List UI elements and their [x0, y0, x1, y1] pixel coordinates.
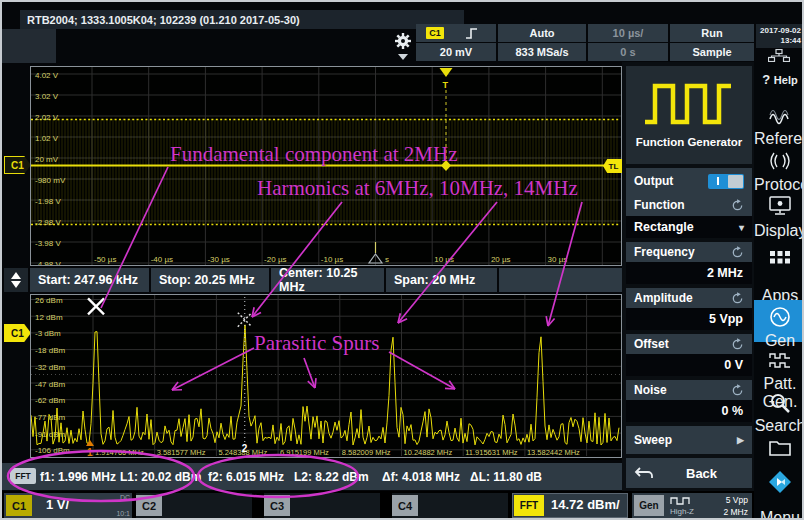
svg-text:-10 µs: -10 µs: [321, 255, 343, 264]
right-menu-item-files[interactable]: [754, 428, 804, 464]
right-menu-item-apps[interactable]: Apps: [754, 234, 804, 298]
field-label: Amplitude: [634, 291, 693, 305]
svg-text:26 dBm: 26 dBm: [35, 296, 63, 305]
rs-logo-icon: [768, 470, 792, 494]
svg-text:-3 dBm: -3 dBm: [35, 329, 61, 338]
acquisition-mode-button[interactable]: Auto: [498, 24, 586, 42]
rotary-knob-icon: [731, 199, 744, 212]
svg-text:-47 dBm: -47 dBm: [35, 380, 66, 389]
svg-text:-30 µs: -30 µs: [207, 255, 229, 264]
svg-text:13.582442 MHz: 13.582442 MHz: [527, 448, 580, 457]
svg-text:-20 µs: -20 µs: [264, 255, 286, 264]
channel4-badge[interactable]: C4: [392, 495, 418, 516]
right-menu-item-menu[interactable]: Menu: [754, 466, 804, 520]
output-toggle[interactable]: [708, 174, 744, 189]
svg-text:-40 µs: -40 µs: [151, 255, 173, 264]
chevron-down-icon[interactable]: [398, 54, 408, 60]
acquire-mode-button[interactable]: Sample: [670, 43, 754, 61]
rotary-knob-icon: [731, 246, 744, 259]
bus-icon: [768, 150, 792, 174]
back-icon: [634, 466, 654, 480]
waveform-channel-tag[interactable]: C1: [4, 156, 31, 174]
fft-start-field[interactable]: Start: 247.96 kHz: [30, 268, 149, 292]
annotation-harmonics: Harmonics at 6MHz, 10MHz, 14MHz: [257, 176, 578, 201]
down-arrow-icon: [11, 281, 21, 288]
generator-wave-icon: [670, 496, 694, 505]
back-button[interactable]: Back: [626, 458, 752, 488]
svg-text:s: s: [385, 255, 389, 264]
right-menu-item-display[interactable]: Display: [754, 188, 804, 232]
run-state-button[interactable]: Run: [670, 24, 754, 42]
svg-text:-32 dBm: -32 dBm: [35, 363, 66, 372]
field-value: Rectangle: [634, 220, 694, 234]
svg-text:-106 dBm: -106 dBm: [35, 446, 70, 455]
sidebar-field-label-function[interactable]: Function: [626, 194, 752, 216]
fft-channel-tag[interactable]: C1: [4, 324, 31, 342]
waveform-icon: [768, 106, 792, 130]
fft-stop-field[interactable]: Stop: 20.25 MHz: [151, 268, 269, 292]
sidebar-field-label-amplitude[interactable]: Amplitude: [626, 288, 752, 308]
generator-frequency: 2 MHz: [702, 507, 748, 517]
channel1-coupling: DC10:1: [102, 494, 130, 518]
sidebar-field-value-frequency[interactable]: 2 MHz: [626, 262, 752, 284]
measurement-item: ΔL: 11.80 dB: [470, 463, 542, 490]
vertical-scale-button[interactable]: 20 mV: [416, 43, 496, 61]
output-row[interactable]: Output: [626, 168, 752, 194]
corner-panel: [2, 29, 56, 63]
channel3-badge[interactable]: C3: [264, 495, 290, 516]
up-arrow-icon: [11, 272, 21, 279]
svg-text:-2.98 V: -2.98 V: [35, 218, 61, 227]
sidebar-field-label-frequency[interactable]: Frequency: [626, 242, 752, 262]
right-menu-item-references[interactable]: References: [754, 96, 804, 140]
right-menu-item-help[interactable]: ? Help: [754, 66, 804, 94]
device-title: RTB2004; 1333.1005K04; 102239 (01.210 20…: [27, 14, 300, 26]
field-value: 2 MHz: [707, 266, 743, 280]
generator-badge[interactable]: Gen: [634, 495, 664, 516]
gear-icon[interactable]: [394, 32, 412, 50]
sidebar-field-value-noise[interactable]: 0 %: [626, 400, 752, 422]
measurement-item: L2: 8.22 dBm: [294, 463, 369, 490]
sidebar-field-value-function[interactable]: Rectangle▾: [626, 216, 752, 238]
annotation-fundamental: Fundamental component at 2MHz: [170, 142, 458, 167]
horizontal-position-field[interactable]: 0 s: [588, 43, 668, 61]
measurement-fft-badge: FFT: [10, 468, 36, 484]
time-text: 13:44: [756, 36, 801, 46]
rotary-knob-icon: [731, 292, 744, 305]
fft-center-field[interactable]: Center: 10.25 MHz: [271, 268, 384, 292]
right-menu-item-patt-gen-[interactable]: Patt. Gen.: [754, 344, 804, 384]
header-channel-badge[interactable]: C1: [426, 27, 444, 39]
svg-text:-50 µs: -50 µs: [94, 255, 116, 264]
question-icon: ?: [762, 72, 774, 87]
sidebar-field-label-noise[interactable]: Noise: [626, 380, 752, 400]
svg-text:20 mV: 20 mV: [35, 155, 59, 164]
menu-label: Menu: [754, 509, 804, 520]
fft-toolbar-spacer: [499, 268, 622, 292]
field-value: 5 Vpp: [709, 312, 743, 326]
sidebar-field-value-offset[interactable]: 0 V: [626, 354, 752, 376]
right-menu-item-search[interactable]: Search: [754, 386, 804, 426]
fft-trace-badge[interactable]: FFT: [514, 495, 544, 516]
field-label: Noise: [634, 383, 667, 397]
monitor-icon: [768, 194, 792, 218]
svg-text:-3.98 V: -3.98 V: [35, 239, 61, 248]
toggle-knob: [728, 175, 743, 188]
sidebar-field-label-offset[interactable]: Offset: [626, 334, 752, 354]
channel1-scale: 1 V/: [46, 497, 69, 512]
sweep-row[interactable]: Sweep ▶: [626, 426, 752, 454]
fft-span-field[interactable]: Span: 20 MHz: [386, 268, 497, 292]
oscilloscope-screen: RTB2004; 1333.1005K04; 102239 (01.210 20…: [0, 0, 804, 520]
right-menu-item-gen[interactable]: Gen: [754, 300, 804, 342]
timebase-button[interactable]: 10 µs/: [588, 24, 668, 42]
right-menu-item-protocol[interactable]: Protocol: [754, 142, 804, 186]
submenu-arrow-icon: ▶: [737, 435, 744, 445]
function-generator-tile: Function Generator: [626, 66, 752, 164]
svg-text:2: 2: [242, 443, 248, 454]
svg-text:-18 dBm: -18 dBm: [35, 346, 66, 355]
measurement-item: f1: 1.996 MHz: [40, 463, 116, 490]
channel2-badge[interactable]: C2: [136, 495, 162, 516]
channel1-badge[interactable]: C1: [6, 495, 32, 516]
sidebar-field-value-amplitude[interactable]: 5 Vpp: [626, 308, 752, 330]
scroll-updown-widget[interactable]: [4, 268, 28, 292]
sample-rate-field[interactable]: 833 MSa/s: [498, 43, 586, 61]
trigger-slope-icon[interactable]: [464, 27, 480, 40]
